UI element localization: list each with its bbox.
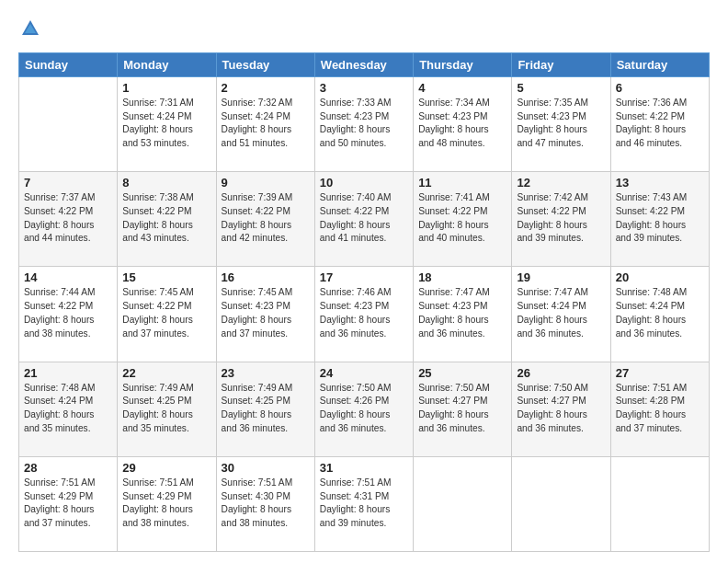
day-info: Sunrise: 7:51 AMSunset: 4:29 PMDaylight:…	[122, 477, 210, 531]
page: SundayMondayTuesdayWednesdayThursdayFrid…	[0, 0, 728, 563]
calendar-cell	[512, 456, 610, 551]
calendar-cell	[414, 456, 512, 551]
calendar-cell: 1Sunrise: 7:31 AMSunset: 4:24 PMDaylight…	[118, 76, 216, 171]
calendar-cell: 15Sunrise: 7:45 AMSunset: 4:22 PMDayligh…	[118, 267, 216, 362]
calendar-cell: 29Sunrise: 7:51 AMSunset: 4:29 PMDayligh…	[118, 456, 216, 551]
day-info: Sunrise: 7:44 AMSunset: 4:22 PMDaylight:…	[24, 286, 112, 340]
calendar-cell: 16Sunrise: 7:45 AMSunset: 4:23 PMDayligh…	[216, 267, 314, 362]
calendar-cell: 20Sunrise: 7:48 AMSunset: 4:24 PMDayligh…	[610, 267, 709, 362]
day-number: 30	[222, 461, 310, 475]
week-row-3: 14Sunrise: 7:44 AMSunset: 4:22 PMDayligh…	[19, 267, 710, 362]
day-number: 22	[122, 366, 210, 380]
calendar-cell	[19, 76, 118, 171]
weekday-header-row: SundayMondayTuesdayWednesdayThursdayFrid…	[19, 52, 710, 76]
day-number: 15	[122, 270, 210, 284]
day-info: Sunrise: 7:46 AMSunset: 4:23 PMDaylight:…	[320, 286, 408, 340]
day-number: 19	[517, 270, 605, 284]
day-info: Sunrise: 7:36 AMSunset: 4:22 PMDaylight:…	[616, 97, 704, 151]
day-number: 11	[418, 176, 506, 190]
day-info: Sunrise: 7:42 AMSunset: 4:22 PMDaylight:…	[517, 191, 605, 246]
day-number: 24	[320, 366, 408, 380]
calendar-cell: 19Sunrise: 7:47 AMSunset: 4:24 PMDayligh…	[512, 267, 610, 362]
day-number: 5	[517, 81, 605, 95]
calendar-cell: 10Sunrise: 7:40 AMSunset: 4:22 PMDayligh…	[314, 172, 413, 267]
day-number: 7	[24, 176, 112, 190]
day-number: 1	[122, 81, 210, 95]
calendar-cell: 28Sunrise: 7:51 AMSunset: 4:29 PMDayligh…	[19, 456, 118, 551]
day-number: 21	[24, 366, 112, 380]
day-info: Sunrise: 7:40 AMSunset: 4:22 PMDaylight:…	[320, 191, 408, 246]
day-info: Sunrise: 7:51 AMSunset: 4:29 PMDaylight:…	[24, 477, 112, 531]
day-info: Sunrise: 7:45 AMSunset: 4:22 PMDaylight:…	[122, 286, 210, 340]
weekday-header-tuesday: Tuesday	[216, 52, 314, 76]
day-info: Sunrise: 7:38 AMSunset: 4:22 PMDaylight:…	[122, 191, 210, 246]
day-number: 29	[122, 461, 210, 475]
day-number: 2	[222, 81, 310, 95]
calendar-cell: 11Sunrise: 7:41 AMSunset: 4:22 PMDayligh…	[414, 172, 512, 267]
day-number: 14	[24, 270, 112, 284]
weekday-header-saturday: Saturday	[610, 52, 709, 76]
calendar-cell: 27Sunrise: 7:51 AMSunset: 4:28 PMDayligh…	[610, 362, 709, 456]
day-info: Sunrise: 7:50 AMSunset: 4:26 PMDaylight:…	[320, 382, 408, 436]
calendar-cell: 13Sunrise: 7:43 AMSunset: 4:22 PMDayligh…	[610, 172, 709, 267]
day-info: Sunrise: 7:31 AMSunset: 4:24 PMDaylight:…	[122, 97, 210, 151]
day-number: 20	[616, 270, 704, 284]
calendar-cell: 25Sunrise: 7:50 AMSunset: 4:27 PMDayligh…	[414, 362, 512, 456]
day-number: 12	[517, 176, 605, 190]
day-number: 3	[320, 81, 408, 95]
day-number: 13	[616, 176, 704, 190]
day-info: Sunrise: 7:34 AMSunset: 4:23 PMDaylight:…	[418, 97, 506, 151]
calendar-cell: 26Sunrise: 7:50 AMSunset: 4:27 PMDayligh…	[512, 362, 610, 456]
calendar-cell: 4Sunrise: 7:34 AMSunset: 4:23 PMDaylight…	[414, 76, 512, 171]
logo	[18, 18, 40, 43]
week-row-5: 28Sunrise: 7:51 AMSunset: 4:29 PMDayligh…	[19, 456, 710, 551]
day-number: 8	[122, 176, 210, 190]
day-number: 16	[222, 270, 310, 284]
day-info: Sunrise: 7:48 AMSunset: 4:24 PMDaylight:…	[616, 286, 704, 340]
day-info: Sunrise: 7:49 AMSunset: 4:25 PMDaylight:…	[222, 382, 310, 436]
day-number: 31	[320, 461, 408, 475]
calendar-cell: 8Sunrise: 7:38 AMSunset: 4:22 PMDaylight…	[118, 172, 216, 267]
day-number: 26	[517, 366, 605, 380]
day-number: 28	[24, 461, 112, 475]
day-info: Sunrise: 7:33 AMSunset: 4:23 PMDaylight:…	[320, 97, 408, 151]
day-number: 25	[418, 366, 506, 380]
calendar-cell: 14Sunrise: 7:44 AMSunset: 4:22 PMDayligh…	[19, 267, 118, 362]
day-number: 17	[320, 270, 408, 284]
calendar-cell: 23Sunrise: 7:49 AMSunset: 4:25 PMDayligh…	[216, 362, 314, 456]
day-info: Sunrise: 7:39 AMSunset: 4:22 PMDaylight:…	[222, 191, 310, 246]
day-number: 27	[616, 366, 704, 380]
weekday-header-thursday: Thursday	[414, 52, 512, 76]
logo-icon	[20, 18, 40, 39]
weekday-header-monday: Monday	[118, 52, 216, 76]
day-number: 10	[320, 176, 408, 190]
calendar-cell: 2Sunrise: 7:32 AMSunset: 4:24 PMDaylight…	[216, 76, 314, 171]
calendar-cell: 21Sunrise: 7:48 AMSunset: 4:24 PMDayligh…	[19, 362, 118, 456]
day-info: Sunrise: 7:51 AMSunset: 4:28 PMDaylight:…	[616, 382, 704, 436]
calendar-cell: 17Sunrise: 7:46 AMSunset: 4:23 PMDayligh…	[314, 267, 413, 362]
day-info: Sunrise: 7:47 AMSunset: 4:24 PMDaylight:…	[517, 286, 605, 340]
day-number: 9	[222, 176, 310, 190]
day-info: Sunrise: 7:41 AMSunset: 4:22 PMDaylight:…	[418, 191, 506, 246]
weekday-header-friday: Friday	[512, 52, 610, 76]
calendar-cell: 18Sunrise: 7:47 AMSunset: 4:23 PMDayligh…	[414, 267, 512, 362]
week-row-2: 7Sunrise: 7:37 AMSunset: 4:22 PMDaylight…	[19, 172, 710, 267]
day-number: 6	[616, 81, 704, 95]
day-info: Sunrise: 7:51 AMSunset: 4:30 PMDaylight:…	[222, 477, 310, 531]
calendar-cell: 5Sunrise: 7:35 AMSunset: 4:23 PMDaylight…	[512, 76, 610, 171]
day-info: Sunrise: 7:49 AMSunset: 4:25 PMDaylight:…	[122, 382, 210, 436]
calendar-cell: 6Sunrise: 7:36 AMSunset: 4:22 PMDaylight…	[610, 76, 709, 171]
calendar-cell	[610, 456, 709, 551]
weekday-header-sunday: Sunday	[19, 52, 118, 76]
calendar-cell: 24Sunrise: 7:50 AMSunset: 4:26 PMDayligh…	[314, 362, 413, 456]
day-info: Sunrise: 7:37 AMSunset: 4:22 PMDaylight:…	[24, 191, 112, 246]
calendar-cell: 30Sunrise: 7:51 AMSunset: 4:30 PMDayligh…	[216, 456, 314, 551]
calendar-cell: 7Sunrise: 7:37 AMSunset: 4:22 PMDaylight…	[19, 172, 118, 267]
calendar-table: SundayMondayTuesdayWednesdayThursdayFrid…	[18, 52, 710, 552]
day-info: Sunrise: 7:32 AMSunset: 4:24 PMDaylight:…	[222, 97, 310, 151]
day-info: Sunrise: 7:47 AMSunset: 4:23 PMDaylight:…	[418, 286, 506, 340]
header	[18, 15, 710, 43]
day-number: 23	[222, 366, 310, 380]
calendar-cell: 3Sunrise: 7:33 AMSunset: 4:23 PMDaylight…	[314, 76, 413, 171]
day-info: Sunrise: 7:50 AMSunset: 4:27 PMDaylight:…	[517, 382, 605, 436]
